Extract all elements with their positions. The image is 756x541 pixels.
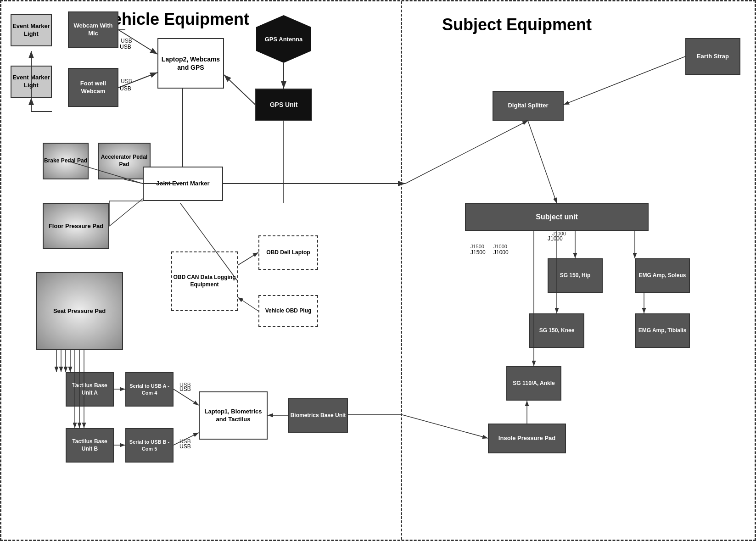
svg-line-20 [238,252,258,265]
emg-soleus: EMG Amp, Soleus [635,258,690,293]
svg-line-17 [109,199,143,226]
serial-usb-b: Serial to USB B - Com 5 [125,428,174,463]
gps-antenna: GPS Antenna [256,15,311,63]
usb-label-3: USB [179,386,191,392]
gps-unit: GPS Unit [255,89,312,121]
usb-label-4: USB [179,443,191,450]
vehicle-section-title: Vehicle Equipment [102,10,249,29]
svg-line-42 [401,414,488,438]
usb-label-1: USB [120,44,131,50]
subject-unit: Subject unit [465,203,649,231]
vehicle-obd-plug: Vehicle OBD Plug [258,295,318,327]
event-marker-light-2: Event Marker Light [11,66,52,98]
foot-well-webcam: Foot well Webcam [68,68,118,107]
brake-pedal-pad: Brake Pedal Pad [43,143,89,179]
svg-line-11 [224,75,255,105]
svg-line-40 [528,121,557,203]
svg-text:J1500: J1500 [470,244,484,249]
laptop1: Laptop1, Biometrics and Tactilus [199,391,268,440]
j1000-label-1: J1000 [493,249,509,256]
svg-line-39 [405,121,528,184]
digital-splitter: Digital Splitter [493,91,564,121]
svg-text:USB: USB [121,78,132,84]
tactilus-a: Tactilus Base Unit A [66,372,114,407]
section-divider [401,1,402,540]
svg-line-16 [124,179,143,184]
tactilus-b: Tactilus Base Unit B [66,428,114,463]
sg150-hip: SG 150, Hip [548,258,603,293]
j1000-label-2: J1000 [548,235,563,242]
svg-line-21 [238,297,258,311]
svg-text:J1000: J1000 [493,244,507,249]
svg-line-5 [118,30,157,54]
usb-label-2: USB [120,85,131,92]
svg-text:USB: USB [121,38,132,44]
obd-can: OBD CAN Data Logging Equipment [171,251,238,311]
laptop2: Laptop2, Webcams and GPS [157,38,224,89]
svg-line-38 [564,56,685,105]
main-container: Vehicle Equipment Subject Equipment Even… [0,0,756,541]
webcam-with-mic: Webcam With Mic [68,11,118,48]
joint-event-marker: Joint Event Marker [143,167,223,201]
obd-dell-laptop: OBD Dell Laptop [258,235,318,270]
sg150-knee: SG 150, Knee [529,313,584,348]
subject-section-title: Subject Equipment [442,15,592,34]
serial-usb-a: Serial to USB A - Com 4 [125,372,174,407]
sg110-ankle: SG 110/A, Ankle [506,366,561,401]
emg-tibialis: EMG Amp, Tibialis [635,313,690,348]
seat-pressure-pad: Seat Pressure Pad [36,272,123,350]
insole-pressure-pad: Insole Pressure Pad [488,424,566,453]
j1500-label: J1500 [470,249,486,256]
event-marker-light-1: Event Marker Light [11,14,52,46]
earth-strap: Earth Strap [685,38,740,75]
biometrics-base-unit: Biometrics Base Unit [288,398,348,433]
floor-pressure-pad: Floor Pressure Pad [43,203,109,249]
